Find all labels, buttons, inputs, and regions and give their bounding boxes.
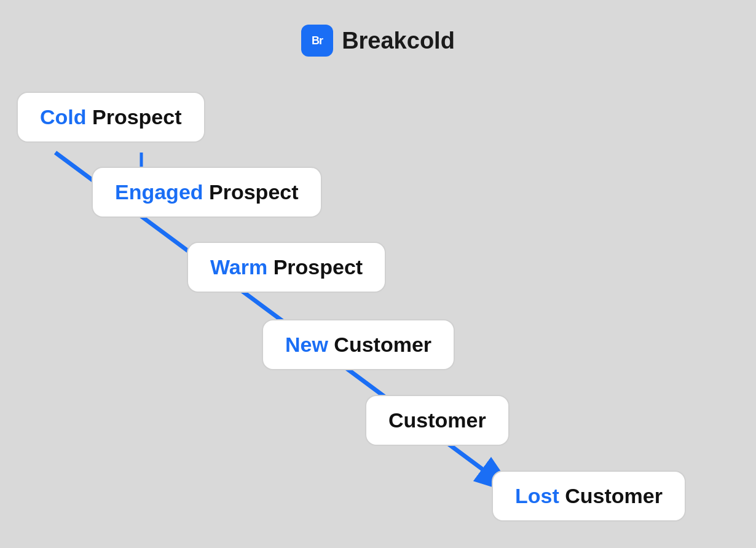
new-highlight: New — [285, 333, 328, 357]
box-engaged-prospect: Engaged Prospect — [92, 167, 322, 218]
warm-normal: Prospect — [267, 255, 363, 279]
lost-highlight: Lost — [515, 484, 559, 508]
engaged-highlight: Engaged — [115, 180, 203, 204]
customer-normal: Customer — [388, 408, 486, 432]
lost-normal: Customer — [559, 484, 663, 508]
engaged-normal: Prospect — [203, 180, 299, 204]
box-cold-prospect: Cold Prospect — [17, 92, 205, 143]
cold-normal: Prospect — [87, 105, 182, 129]
box-customer: Customer — [365, 395, 510, 446]
box-warm-prospect: Warm Prospect — [187, 242, 386, 293]
box-new-customer: New Customer — [262, 319, 455, 370]
new-normal: Customer — [328, 333, 431, 357]
cold-highlight: Cold — [40, 105, 87, 129]
logo-icon: Br — [301, 25, 333, 57]
logo-text: Breakcold — [342, 28, 455, 54]
warm-highlight: Warm — [210, 255, 267, 279]
header: Br Breakcold — [0, 0, 756, 57]
box-lost-customer: Lost Customer — [492, 471, 686, 522]
